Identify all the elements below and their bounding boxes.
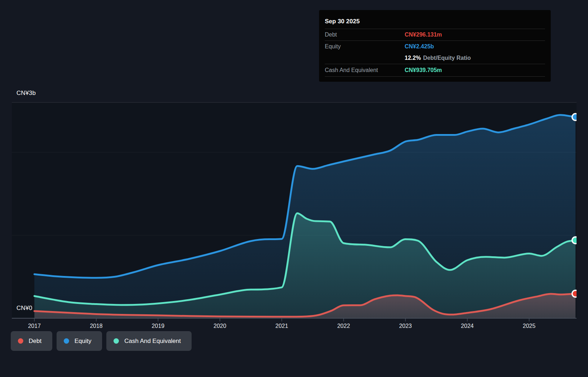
y-axis-zero-label: CN¥0 [16,305,32,312]
x-axis-label-2023: 2023 [399,323,412,329]
legend-dot [114,338,119,344]
x-axis-label-2018: 2018 [90,323,103,329]
legend-label: Debt [29,338,42,345]
legend-label: Cash And Equivalent [124,338,181,345]
cash-and-equivalent-endpoint-dot[interactable] [572,237,579,244]
tooltip-debt-value: CN¥296.131m [405,32,442,38]
legend-dot [18,338,23,344]
debt-equity-ratio: 12.2%Debt/Equity Ratio [405,55,471,61]
tooltip-equity-label: Equity [325,43,405,50]
tooltip-debt-label: Debt [325,32,405,38]
tooltip-equity-value: CN¥2.425b [405,43,434,50]
ratio-percent: 12.2% [405,55,421,61]
chart-legend: DebtEquityCash And Equivalent [11,331,192,351]
tooltip-cash-value: CN¥939.705m [405,67,442,73]
x-axis-label-2025: 2025 [523,323,536,329]
legend-label: Equity [74,338,91,345]
legend-item-debt[interactable]: Debt [11,331,52,351]
tooltip-date: Sep 30 2025 [325,14,545,29]
ratio-label: Debt/Equity Ratio [423,55,471,61]
legend-dot [64,338,69,344]
chart-tooltip: Sep 30 2025 Debt CN¥296.131m Equity CN¥2… [319,10,551,82]
tooltip-ratio-row: 12.2%Debt/Equity Ratio [325,52,545,64]
y-axis-max-label: CN¥3b [16,90,36,97]
tooltip-cash-row: Cash And Equivalent CN¥939.705m [325,64,545,77]
legend-item-equity[interactable]: Equity [57,331,102,351]
balance-sheet-history-chart: CN¥3b CN¥0 20172018201920202021202220232… [0,0,588,377]
tooltip-cash-label: Cash And Equivalent [325,67,405,73]
x-axis-label-2020: 2020 [213,323,226,329]
x-axis-label-2019: 2019 [152,323,165,329]
x-axis-label-2021: 2021 [275,323,288,329]
tooltip-debt-row: Debt CN¥296.131m [325,29,545,41]
x-axis-label-2024: 2024 [461,323,474,329]
x-axis-label-2022: 2022 [337,323,350,329]
x-axis-label-2017: 2017 [28,323,41,329]
debt-endpoint-dot[interactable] [572,290,579,297]
tooltip-equity-row: Equity CN¥2.425b [325,41,545,52]
equity-endpoint-dot[interactable] [572,114,579,120]
legend-item-cash-and-equivalent[interactable]: Cash And Equivalent [106,331,192,351]
